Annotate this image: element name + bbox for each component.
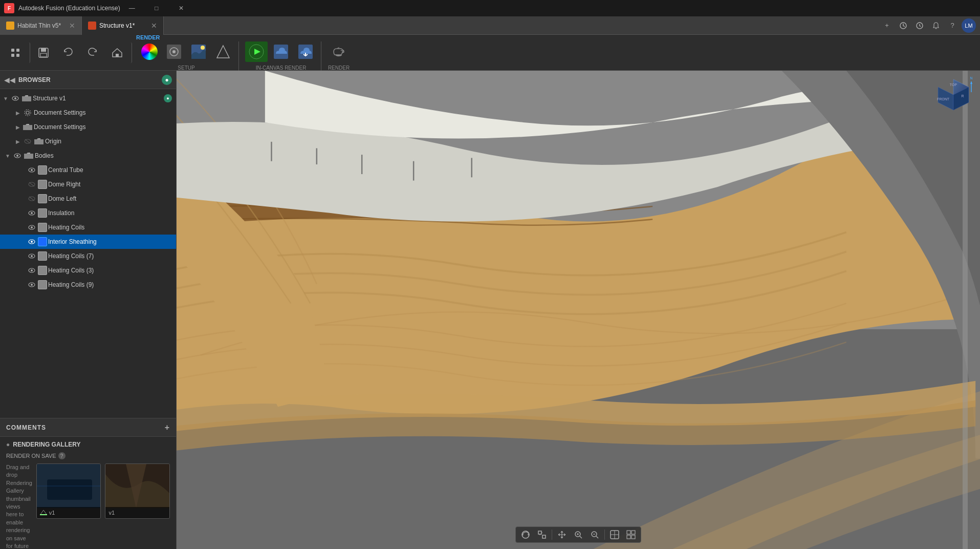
- save-icon: [35, 45, 52, 61]
- browser-item-insulation[interactable]: Insulation: [0, 206, 176, 220]
- redo-button[interactable]: [81, 43, 104, 63]
- viewport-orbit-button[interactable]: [518, 528, 533, 541]
- browser-back-button[interactable]: ◀◀: [4, 76, 15, 84]
- insulation-label: Insulation: [48, 209, 172, 217]
- eye-icon-central-tube[interactable]: [27, 165, 37, 175]
- viewport-zoom-in-button[interactable]: [571, 528, 586, 541]
- eye-icon-insulation[interactable]: [27, 208, 37, 218]
- teapot-icon: [331, 44, 347, 60]
- close-button[interactable]: ✕: [169, 0, 193, 16]
- gallery-collapse-arrow[interactable]: ●: [6, 441, 10, 448]
- viewport-pan-button[interactable]: [554, 528, 570, 541]
- viewport-fit-button[interactable]: [534, 528, 550, 541]
- eye-icon-heating-coils[interactable]: [27, 222, 37, 233]
- home-icon: [109, 45, 125, 61]
- tab-close-structure[interactable]: ✕: [151, 22, 157, 30]
- viewport-zoom-out-button[interactable]: [587, 528, 602, 541]
- hc3-label: Heating Coils (3): [48, 267, 172, 274]
- svg-point-23: [25, 110, 31, 116]
- browser-item-heating-coils-3[interactable]: Heating Coils (3): [0, 263, 176, 278]
- decal-button[interactable]: [212, 41, 234, 62]
- browser-item-dome-right[interactable]: Dome Right: [0, 177, 176, 192]
- render-section: RENDER: [323, 41, 354, 71]
- tab-habitat[interactable]: Habitat Thin v5* ✕: [0, 16, 82, 35]
- decal-icon: [215, 44, 231, 60]
- heating-coils-label: Heating Coils: [48, 224, 172, 231]
- bottom-panel: ● RENDERING GALLERY RENDER ON SAVE ? Dra…: [0, 436, 176, 549]
- svg-point-27: [16, 155, 18, 157]
- tab-label-structure: Structure v1*: [99, 22, 135, 29]
- body-icon-central-tube: [38, 165, 47, 175]
- environment-button[interactable]: [187, 41, 210, 62]
- render-on-save-help[interactable]: ?: [58, 452, 66, 459]
- browser-item-dome-left[interactable]: Dome Left: [0, 192, 176, 206]
- eye-icon-bodies[interactable]: [12, 151, 23, 161]
- browser-item-heating-coils-9[interactable]: Heating Coils (9): [0, 278, 176, 292]
- thumbnail-1[interactable]: v1: [36, 463, 101, 519]
- thumbnail-1-label: v1: [49, 510, 55, 516]
- comments-add-button[interactable]: +: [165, 423, 170, 432]
- browser-item-document-settings[interactable]: ▶ Document Settings: [0, 105, 176, 120]
- comments-bar[interactable]: COMMENTS +: [0, 418, 176, 436]
- eye-icon-dome-left[interactable]: [27, 194, 37, 204]
- vp-sep-1: [552, 530, 552, 540]
- tab-close-habitat[interactable]: ✕: [69, 22, 75, 30]
- schedule-button[interactable]: [912, 18, 927, 33]
- render-settings-button[interactable]: [328, 41, 350, 62]
- svg-rect-86: [627, 531, 630, 534]
- browser-item-origin[interactable]: ▶ Origin: [0, 134, 176, 149]
- eye-icon-interior-sheathing[interactable]: [27, 237, 37, 247]
- browser-item-named-views[interactable]: ▶ Document Settings: [0, 120, 176, 134]
- undo-button[interactable]: [57, 43, 79, 63]
- bodies-expand: ▼: [4, 153, 11, 159]
- 3d-scene: [177, 71, 980, 549]
- render-cloud-button[interactable]: [270, 41, 292, 62]
- eye-icon-hc3[interactable]: [27, 265, 37, 276]
- left-panel: ◀◀ BROWSER ● ▼ Structure v1 ●: [0, 71, 177, 549]
- maximize-button[interactable]: □: [145, 0, 168, 16]
- svg-marker-67: [970, 81, 972, 84]
- new-tab-button[interactable]: +: [880, 18, 894, 33]
- browser-collapse-button[interactable]: ●: [162, 75, 172, 85]
- rendering-gallery-header: ● RENDERING GALLERY: [6, 441, 170, 448]
- eye-icon-root[interactable]: [10, 93, 20, 103]
- viewport-toolbar: [515, 526, 641, 543]
- viewport[interactable]: TOP FRONT R N: [177, 71, 980, 549]
- viewcube[interactable]: TOP FRONT R N: [933, 77, 974, 118]
- eye-icon-origin[interactable]: [23, 136, 33, 146]
- history-button[interactable]: [896, 18, 910, 33]
- eye-icon-hc7[interactable]: [27, 251, 37, 261]
- browser-item-heating-coils-7[interactable]: Heating Coils (7): [0, 249, 176, 263]
- tab-icon-structure: [88, 22, 96, 30]
- hc7-label: Heating Coils (7): [48, 252, 172, 260]
- start-render-button[interactable]: [245, 41, 268, 62]
- appearance-button[interactable]: [138, 41, 161, 62]
- minimize-button[interactable]: —: [120, 0, 144, 16]
- home-button[interactable]: [106, 43, 132, 63]
- help-button[interactable]: ?: [945, 18, 960, 33]
- user-avatar[interactable]: LM: [962, 18, 976, 33]
- body-icon-hc9: [38, 280, 47, 289]
- tab-actions: + ? LM: [876, 18, 980, 33]
- browser-item-heating-coils[interactable]: Heating Coils: [0, 220, 176, 235]
- svg-point-39: [31, 241, 33, 243]
- browser-item-central-tube[interactable]: Central Tube: [0, 163, 176, 177]
- eye-icon-dome-right[interactable]: [27, 179, 37, 189]
- svg-text:TOP: TOP: [950, 83, 957, 87]
- scene-settings-button[interactable]: [163, 41, 185, 62]
- viewport-grid-button[interactable]: [623, 528, 639, 541]
- thumbnail-2[interactable]: v1: [105, 463, 170, 519]
- browser-root[interactable]: ▼ Structure v1 ●: [0, 91, 176, 105]
- browser-item-interior-sheathing[interactable]: Interior Sheathing: [0, 235, 176, 249]
- eye-icon-hc9[interactable]: [27, 280, 37, 290]
- save-render-button[interactable]: [294, 41, 317, 62]
- setup-section: SETUP: [134, 41, 239, 71]
- notifications-button[interactable]: [929, 18, 943, 33]
- save-button[interactable]: [32, 43, 55, 63]
- browser-item-bodies[interactable]: ▼ Bodies: [0, 149, 176, 163]
- svg-rect-4: [11, 54, 14, 57]
- body-icon-dome-right: [38, 180, 47, 189]
- render-section-header: RENDER: [134, 34, 160, 40]
- viewport-display-mode-button[interactable]: [607, 528, 622, 541]
- apps-grid-button[interactable]: [4, 43, 30, 63]
